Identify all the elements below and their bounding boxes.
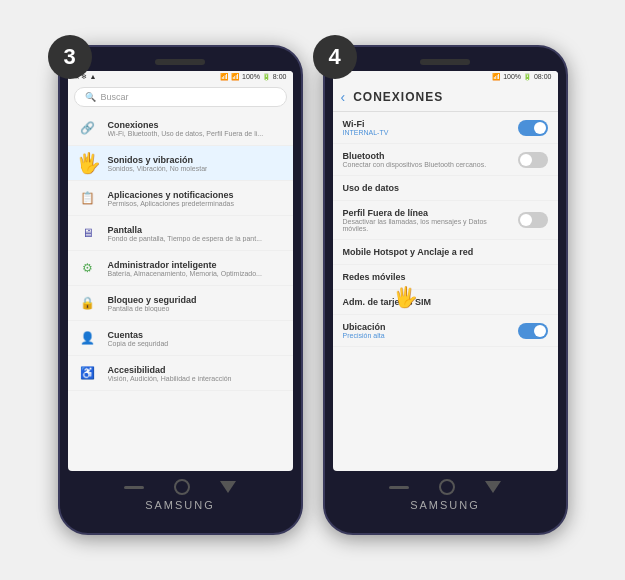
- phone-4: 📶 100% 🔋 08:00 ‹ CONEXIONES Wi-Fi INTERN…: [323, 45, 568, 535]
- settings-item-apps[interactable]: 📋 Aplicaciones y notificaciones Permisos…: [68, 181, 293, 216]
- phone-3-speaker: [155, 59, 205, 65]
- connection-wifi[interactable]: Wi-Fi INTERNAL-TV: [333, 112, 558, 144]
- text-admin: Administrador inteligente Batería, Almac…: [108, 260, 262, 277]
- step-4-number: 4: [313, 35, 357, 79]
- connection-redes-info: Redes móviles: [343, 272, 406, 282]
- text-conexiones: Conexiones Wi-Fi, Bluetooth, Uso de dato…: [108, 120, 264, 137]
- phone-3: ★ ❄ ▲ 📶 📶 100% 🔋 8:00 🔍 Buscar 🔗 Conexio…: [58, 45, 303, 535]
- search-placeholder-3: Buscar: [101, 92, 129, 102]
- status-icons-4: 📶 100% 🔋 08:00: [492, 73, 551, 81]
- settings-item-bloqueo[interactable]: 🔒 Bloqueo y seguridad Pantalla de bloque…: [68, 286, 293, 321]
- text-apps: Aplicaciones y notificaciones Permisos, …: [108, 190, 234, 207]
- connection-sim[interactable]: Adm. de tarjetas SIM 🖐: [333, 290, 558, 315]
- settings-list-3: 🔗 Conexiones Wi-Fi, Bluetooth, Uso de da…: [68, 111, 293, 391]
- search-icon-3: 🔍: [85, 92, 96, 102]
- hand-cursor-4: 🖐: [393, 285, 418, 309]
- search-bar-3[interactable]: 🔍 Buscar: [74, 87, 287, 107]
- phone-4-screen: 📶 100% 🔋 08:00 ‹ CONEXIONES Wi-Fi INTERN…: [333, 71, 558, 471]
- settings-item-sonidos[interactable]: 🔔 Sonidos y vibración Sonidos, Vibración…: [68, 146, 293, 181]
- connection-bluetooth[interactable]: Bluetooth Conectar con dispositivos Blue…: [333, 144, 558, 176]
- back-button-4[interactable]: ‹: [341, 89, 346, 105]
- status-bar-4: 📶 100% 🔋 08:00: [333, 71, 558, 83]
- phone-4-speaker: [420, 59, 470, 65]
- icon-conexiones: 🔗: [76, 116, 100, 140]
- nav-back-3[interactable]: [220, 481, 236, 493]
- samsung-label-3: SAMSUNG: [68, 499, 293, 511]
- step-3-container: 3 ★ ❄ ▲ 📶 📶 100% 🔋 8:00 🔍 Buscar 🔗: [58, 45, 303, 535]
- connections-header: ‹ CONEXIONES: [333, 83, 558, 112]
- step-4-container: 4 📶 100% 🔋 08:00 ‹ CONEXIONES Wi-Fi: [323, 45, 568, 535]
- icon-accesibilidad: ♿: [76, 361, 100, 385]
- icon-bloqueo: 🔒: [76, 291, 100, 315]
- connection-wifi-info: Wi-Fi INTERNAL-TV: [343, 119, 389, 136]
- connection-redes[interactable]: Redes móviles: [333, 265, 558, 290]
- connection-uso-datos[interactable]: Uso de datos: [333, 176, 558, 201]
- nav-menu-4[interactable]: [389, 486, 409, 489]
- connection-ubicacion[interactable]: Ubicación Precisión alta: [333, 315, 558, 347]
- text-bloqueo: Bloqueo y seguridad Pantalla de bloqueo: [108, 295, 197, 312]
- text-sonidos: Sonidos y vibración Sonidos, Vibración, …: [108, 155, 208, 172]
- toggle-bluetooth[interactable]: [518, 152, 548, 168]
- settings-item-cuentas[interactable]: 👤 Cuentas Copia de seguridad: [68, 321, 293, 356]
- text-cuentas: Cuentas Copia de seguridad: [108, 330, 169, 347]
- connection-bluetooth-info: Bluetooth Conectar con dispositivos Blue…: [343, 151, 487, 168]
- phone-3-screen: ★ ❄ ▲ 📶 📶 100% 🔋 8:00 🔍 Buscar 🔗 Conexio…: [68, 71, 293, 471]
- toggle-perfil[interactable]: [518, 212, 548, 228]
- nav-menu-3[interactable]: [124, 486, 144, 489]
- settings-item-pantalla[interactable]: 🖥 Pantalla Fondo de pantalla, Tiempo de …: [68, 216, 293, 251]
- status-icons-3: 📶 📶 100% 🔋 8:00: [220, 73, 286, 81]
- icon-pantalla: 🖥: [76, 221, 100, 245]
- icon-apps: 📋: [76, 186, 100, 210]
- connection-sim-info: Adm. de tarjetas SIM: [343, 297, 432, 307]
- connection-uso-datos-info: Uso de datos: [343, 183, 400, 193]
- text-accesibilidad: Accesibilidad Visión, Audición, Habilida…: [108, 365, 232, 382]
- settings-item-admin[interactable]: ⚙ Administrador inteligente Batería, Alm…: [68, 251, 293, 286]
- nav-home-4[interactable]: [439, 479, 455, 495]
- connection-hotspot[interactable]: Mobile Hotspot y Anclaje a red: [333, 240, 558, 265]
- nav-back-4[interactable]: [485, 481, 501, 493]
- nav-home-3[interactable]: [174, 479, 190, 495]
- text-pantalla: Pantalla Fondo de pantalla, Tiempo de es…: [108, 225, 263, 242]
- connection-perfil[interactable]: Perfil Fuera de línea Desactivar las lla…: [333, 201, 558, 240]
- samsung-label-4: SAMSUNG: [333, 499, 558, 511]
- icon-sonidos: 🔔: [76, 151, 100, 175]
- step-3-number: 3: [48, 35, 92, 79]
- icon-cuentas: 👤: [76, 326, 100, 350]
- settings-item-conexiones[interactable]: 🔗 Conexiones Wi-Fi, Bluetooth, Uso de da…: [68, 111, 293, 146]
- phone-4-nav: [333, 479, 558, 495]
- toggle-wifi[interactable]: [518, 120, 548, 136]
- icon-admin: ⚙: [76, 256, 100, 280]
- connections-title: CONEXIONES: [353, 90, 443, 104]
- connection-perfil-info: Perfil Fuera de línea Desactivar las lla…: [343, 208, 503, 232]
- connections-list: Wi-Fi INTERNAL-TV Bluetooth Conectar con…: [333, 112, 558, 347]
- status-bar-3: ★ ❄ ▲ 📶 📶 100% 🔋 8:00: [68, 71, 293, 83]
- settings-item-accesibilidad[interactable]: ♿ Accesibilidad Visión, Audición, Habili…: [68, 356, 293, 391]
- phone-3-nav: [68, 479, 293, 495]
- connection-hotspot-info: Mobile Hotspot y Anclaje a red: [343, 247, 474, 257]
- connection-ubicacion-info: Ubicación Precisión alta: [343, 322, 386, 339]
- toggle-ubicacion[interactable]: [518, 323, 548, 339]
